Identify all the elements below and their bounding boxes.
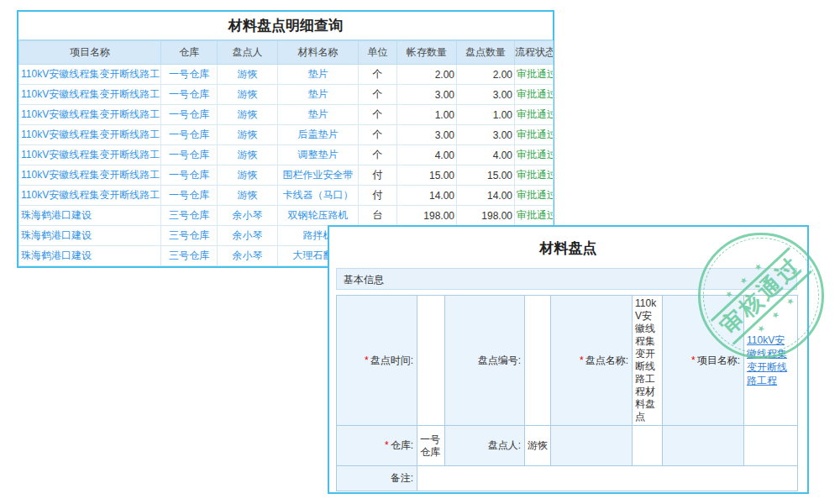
- cell-project-name[interactable]: 珠海鹤港口建设: [19, 246, 161, 266]
- cell-material: 垫片: [278, 85, 359, 105]
- empty-value-cell: [633, 426, 663, 466]
- table-header-row: 项目名称仓库盘点人材料名称单位帐存数量盘点数量流程状态: [19, 41, 554, 65]
- required-marker: *: [580, 354, 584, 366]
- table-row: 110kV安徽线程集变开断线路工程一号仓库游恢后盖垫片个3.003.00审批通过: [19, 125, 554, 145]
- cell-book-qty: 198.00: [397, 206, 457, 226]
- cell-book-qty: 3.00: [397, 85, 457, 105]
- cell-count-qty: 4.00: [457, 145, 515, 165]
- column-header-unit: 单位: [359, 41, 397, 65]
- cell-warehouse: 一号仓库: [161, 165, 218, 186]
- empty-value-cell: [744, 426, 798, 466]
- cell-unit: 个: [359, 105, 397, 125]
- cell-count-qty: 2.00: [457, 65, 515, 85]
- cell-person: 余小琴: [218, 206, 278, 226]
- cell-person: 余小琴: [218, 246, 278, 266]
- cell-warehouse: 三号仓库: [161, 226, 218, 246]
- cell-status-link[interactable]: 审批通过: [515, 125, 554, 145]
- cell-project-name[interactable]: 珠海鹤港口建设: [19, 206, 161, 226]
- cell-person: 游恢: [218, 145, 278, 165]
- cell-book-qty: 2.00: [397, 65, 457, 85]
- cell-warehouse: 一号仓库: [161, 85, 218, 105]
- cell-count-qty: 15.00: [457, 165, 515, 186]
- cell-material: 垫片: [278, 65, 359, 85]
- table-row: 110kV安徽线程集变开断线路工程一号仓库游恢垫片个2.002.00审批通过: [19, 65, 554, 85]
- page: 材料盘点明细查询 项目名称仓库盘点人材料名称单位帐存数量盘点数量流程状态 110…: [0, 0, 840, 504]
- cell-project-name[interactable]: 110kV安徽线程集变开断线路工程: [19, 105, 161, 125]
- cell-person: 游恢: [218, 186, 278, 206]
- project-name-value: 110kV安徽线程集变开断线路工程: [744, 296, 798, 426]
- cell-status-link[interactable]: 审批通过: [515, 186, 554, 206]
- cell-unit: 个: [359, 145, 397, 165]
- cell-unit: 个: [359, 85, 397, 105]
- cell-person: 游恢: [218, 125, 278, 145]
- cell-project-name[interactable]: 珠海鹤港口建设: [19, 226, 161, 246]
- query-window-title: 材料盘点明细查询: [18, 12, 553, 40]
- required-marker: *: [365, 354, 369, 366]
- column-header-person: 盘点人: [218, 41, 278, 65]
- cell-person: 游恢: [218, 65, 278, 85]
- cell-project-name[interactable]: 110kV安徽线程集变开断线路工程: [19, 145, 161, 165]
- cell-material: 后盖垫片: [278, 125, 359, 145]
- cell-status-link[interactable]: 审批通过: [515, 145, 554, 165]
- table-row: 110kV安徽线程集变开断线路工程一号仓库游恢围栏作业安全带付15.0015.0…: [19, 165, 554, 186]
- column-header-book_qty: 帐存数量: [397, 41, 457, 65]
- basic-info-section-header: 基本信息: [336, 268, 797, 290]
- cell-count-qty: 14.00: [457, 186, 515, 206]
- column-header-status: 流程状态: [515, 41, 554, 65]
- cell-material: 卡线器（马口）: [278, 186, 359, 206]
- form-title: 材料盘点: [329, 239, 807, 258]
- required-marker: *: [691, 354, 696, 366]
- cell-material: 双钢轮压路机: [278, 206, 359, 226]
- cell-count-qty: 198.00: [457, 206, 515, 226]
- cell-person: 游恢: [218, 105, 278, 125]
- cell-warehouse: 一号仓库: [161, 65, 218, 85]
- cell-status-link[interactable]: 审批通过: [515, 165, 554, 186]
- table-row: 110kV安徽线程集变开断线路工程一号仓库游恢调整垫片个4.004.00审批通过: [19, 145, 554, 165]
- cell-warehouse: 一号仓库: [161, 105, 218, 125]
- inventory-name-label: *盘点名称:: [551, 296, 633, 426]
- warehouse-label: *仓库:: [337, 426, 417, 466]
- cell-unit: 个: [359, 65, 397, 85]
- cell-book-qty: 1.00: [397, 105, 457, 125]
- inventory-name-value: 110kV安徽线程集变开断线路工程材料盘点: [633, 296, 663, 426]
- table-row: 110kV安徽线程集变开断线路工程一号仓库游恢垫片个3.003.00审批通过: [19, 85, 554, 105]
- cell-book-qty: 14.00: [397, 186, 457, 206]
- cell-status-link[interactable]: 审批通过: [515, 206, 554, 226]
- cell-unit: 付: [359, 165, 397, 186]
- cell-status-link[interactable]: 审批通过: [515, 105, 554, 125]
- inventory-code-value: [525, 296, 551, 426]
- inventory-form-window: 材料盘点 基本信息 *盘点时间: 盘点编号: *盘点名称: 110kV安徽线程集…: [328, 225, 809, 494]
- cell-warehouse: 一号仓库: [161, 125, 218, 145]
- cell-book-qty: 3.00: [397, 125, 457, 145]
- cell-count-qty: 3.00: [457, 85, 515, 105]
- cell-warehouse: 一号仓库: [161, 145, 218, 165]
- column-header-count_qty: 盘点数量: [457, 41, 515, 65]
- cell-project-name[interactable]: 110kV安徽线程集变开断线路工程: [19, 165, 161, 186]
- cell-status-link[interactable]: 审批通过: [515, 85, 554, 105]
- cell-count-qty: 3.00: [457, 125, 515, 145]
- cell-material: 调整垫片: [278, 145, 359, 165]
- cell-project-name[interactable]: 110kV安徽线程集变开断线路工程: [19, 85, 161, 105]
- column-header-project: 项目名称: [19, 41, 161, 65]
- cell-project-name[interactable]: 110kV安徽线程集变开断线路工程: [19, 65, 161, 85]
- inventory-time-label: *盘点时间:: [337, 296, 417, 426]
- person-label: 盘点人:: [445, 426, 525, 466]
- required-marker: *: [385, 439, 389, 451]
- cell-project-name[interactable]: 110kV安徽线程集变开断线路工程: [19, 125, 161, 145]
- cell-warehouse: 三号仓库: [161, 206, 218, 226]
- cell-project-name[interactable]: 110kV安徽线程集变开断线路工程: [19, 186, 161, 206]
- cell-count-qty: 1.00: [457, 105, 515, 125]
- cell-status-link[interactable]: 审批通过: [515, 65, 554, 85]
- cell-book-qty: 4.00: [397, 145, 457, 165]
- empty-label-cell: [663, 426, 744, 466]
- inventory-time-value: [417, 296, 445, 426]
- column-header-warehouse: 仓库: [161, 41, 218, 65]
- remark-label: 备注:: [337, 466, 417, 491]
- cell-unit: 付: [359, 186, 397, 206]
- form-fields-table: *盘点时间: 盘点编号: *盘点名称: 110kV安徽线程集变开断线路工程材料盘…: [336, 295, 798, 491]
- cell-book-qty: 15.00: [397, 165, 457, 186]
- project-link[interactable]: 110kV安徽线程集变开断线路工程: [747, 334, 787, 386]
- empty-label-cell: [551, 426, 633, 466]
- cell-unit: 个: [359, 125, 397, 145]
- remark-value: [417, 466, 798, 491]
